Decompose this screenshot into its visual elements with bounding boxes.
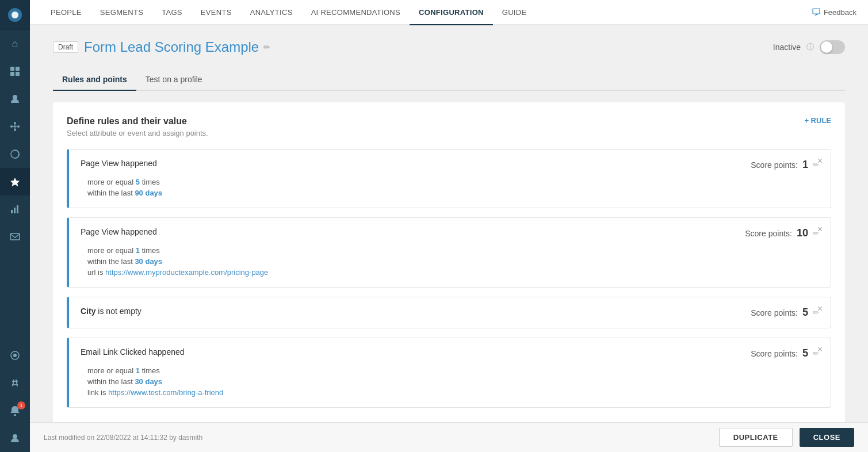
svg-rect-17 xyxy=(17,205,18,213)
content-area: Draft Form Lead Scoring Example ✏ Inacti… xyxy=(30,25,868,422)
rule-4-top: Email Link Clicked happened Score points… xyxy=(81,347,819,359)
duplicate-button[interactable]: DUPLICATE xyxy=(719,428,793,447)
rule-3-event: City is not empty xyxy=(81,307,142,316)
svg-rect-27 xyxy=(813,9,820,14)
svg-line-24 xyxy=(16,380,17,386)
sidebar-icon-campaigns[interactable] xyxy=(0,342,30,369)
rule-card-3: × City is not empty Score points: 5 ✏ xyxy=(67,297,831,328)
rule-2-score: Score points: 10 ✏ xyxy=(745,227,819,239)
rule-2-top: Page View happened Score points: 10 ✏ xyxy=(81,227,819,239)
rule-4-condition-1: more or equal 1 times xyxy=(87,365,819,376)
tabs: Rules and points Test on a profile xyxy=(53,69,845,91)
page-title: Form Lead Scoring Example xyxy=(84,39,259,55)
rule-4-conditions: more or equal 1 times within the last 30… xyxy=(81,365,819,398)
sidebar-icon-dashboard[interactable] xyxy=(0,58,30,85)
rule-2-condition-2: within the last 30 days xyxy=(87,256,819,267)
rule-1-condition-2: within the last 90 days xyxy=(87,187,819,198)
svg-point-6 xyxy=(13,95,17,99)
rule-1-score-value: 1 xyxy=(802,159,808,171)
edit-title-icon[interactable]: ✏ xyxy=(263,43,270,52)
svg-rect-15 xyxy=(11,210,13,213)
rule-1-condition-1: more or equal 5 times xyxy=(87,177,819,187)
nav-tags[interactable]: TAGS xyxy=(152,0,192,25)
svg-rect-2 xyxy=(10,67,14,71)
rule-3-score-label: Score points: xyxy=(751,308,798,317)
svg-rect-18 xyxy=(10,233,20,240)
bottom-bar: Last modified on 22/08/2022 at 14:11:32 … xyxy=(30,422,868,452)
rule-2-score-value: 10 xyxy=(797,227,808,239)
svg-line-23 xyxy=(13,380,14,386)
page-header: Draft Form Lead Scoring Example ✏ Inacti… xyxy=(53,39,845,55)
nav-configuration[interactable]: CONFIGURATION xyxy=(410,0,493,25)
svg-point-7 xyxy=(10,125,13,128)
rule-2-close-icon[interactable]: × xyxy=(817,225,823,234)
sidebar-logo xyxy=(0,0,30,30)
rule-4-score-label: Score points: xyxy=(751,349,798,358)
sidebar-icon-reports[interactable] xyxy=(0,196,30,223)
sidebar-icon-user[interactable] xyxy=(0,424,30,452)
rule-card-2: × Page View happened Score points: 10 ✏ … xyxy=(67,217,831,288)
header-right: Inactive ⓘ xyxy=(773,40,845,54)
notification-badge: 1 xyxy=(17,401,25,409)
sidebar-icon-contacts[interactable] xyxy=(0,85,30,113)
nav-analytics[interactable]: ANALYTICS xyxy=(241,0,302,25)
svg-rect-3 xyxy=(16,67,20,71)
rule-2-score-label: Score points: xyxy=(745,229,792,238)
sidebar-icon-integrations[interactable] xyxy=(0,113,30,140)
active-toggle[interactable] xyxy=(820,40,845,54)
last-modified-text: Last modified on 22/08/2022 at 14:11:32 … xyxy=(44,434,202,442)
rule-2-conditions: more or equal 1 times within the last 30… xyxy=(81,245,819,278)
rule-4-event: Email Link Clicked happened xyxy=(81,347,185,357)
sidebar-icon-segments[interactable] xyxy=(0,140,30,168)
svg-rect-5 xyxy=(16,72,20,76)
svg-point-25 xyxy=(14,414,16,416)
info-icon[interactable]: ⓘ xyxy=(806,42,814,52)
tab-rules-and-points[interactable]: Rules and points xyxy=(53,69,136,91)
rule-4-condition-3: link is https://www.test.com/bring-a-fri… xyxy=(87,387,819,398)
sidebar-icon-hashtag[interactable] xyxy=(0,369,30,397)
rules-title: Define rules and their value xyxy=(67,116,208,127)
sidebar-icon-home[interactable]: ⌂ xyxy=(0,30,30,58)
rule-1-event: Page View happened xyxy=(81,159,157,168)
draft-badge: Draft xyxy=(53,41,78,53)
nav-segments[interactable]: SEGMENTS xyxy=(91,0,152,25)
bottom-actions: DUPLICATE CLOSE xyxy=(719,428,854,447)
rule-4-condition-2: within the last 30 days xyxy=(87,376,819,387)
rule-4-score-value: 5 xyxy=(802,347,808,359)
rule-3-close-icon[interactable]: × xyxy=(817,304,823,313)
rules-subtitle: Select attribute or event and assign poi… xyxy=(67,129,208,137)
svg-point-9 xyxy=(14,122,16,124)
svg-marker-14 xyxy=(10,178,20,186)
rule-3-top: City is not empty Score points: 5 ✏ xyxy=(81,307,819,319)
rule-1-score: Score points: 1 ✏ xyxy=(751,159,819,171)
svg-point-10 xyxy=(14,129,16,131)
top-nav: PEOPLE SEGMENTS TAGS EVENTS ANALYTICS AI… xyxy=(30,0,868,25)
sidebar-icon-scoring[interactable] xyxy=(0,168,30,196)
svg-point-26 xyxy=(13,434,17,439)
rules-section: Define rules and their value Select attr… xyxy=(53,102,845,422)
rule-2-condition-3: url is https://www.myproductexample.com/… xyxy=(87,267,819,278)
sidebar-icon-messages[interactable] xyxy=(0,223,30,251)
rule-4-close-icon[interactable]: × xyxy=(817,345,823,354)
add-rule-button[interactable]: + RULE xyxy=(804,116,831,125)
tab-test-on-profile[interactable]: Test on a profile xyxy=(136,69,212,91)
svg-point-8 xyxy=(17,125,20,128)
close-button[interactable]: CLOSE xyxy=(800,428,854,447)
rule-card-1: × Page View happened Score points: 1 ✏ m… xyxy=(67,149,831,208)
rule-3-score: Score points: 5 ✏ xyxy=(751,307,819,319)
nav-ai-recommendations[interactable]: AI RECOMMENDATIONS xyxy=(302,0,410,25)
nav-events[interactable]: EVENTS xyxy=(192,0,241,25)
rule-1-close-icon[interactable]: × xyxy=(817,156,823,166)
rule-3-score-value: 5 xyxy=(802,307,808,319)
sidebar: ⌂ 1 xyxy=(0,0,30,452)
svg-point-1 xyxy=(12,12,18,18)
sidebar-icon-notifications[interactable]: 1 xyxy=(0,397,30,424)
nav-people[interactable]: PEOPLE xyxy=(41,0,91,25)
inactive-label: Inactive xyxy=(773,43,801,52)
feedback-button[interactable]: Feedback xyxy=(812,8,856,17)
rule-1-top: Page View happened Score points: 1 ✏ xyxy=(81,159,819,171)
svg-point-20 xyxy=(13,354,17,357)
rule-1-conditions: more or equal 5 times within the last 90… xyxy=(81,177,819,198)
rule-4-score: Score points: 5 ✏ xyxy=(751,347,819,359)
nav-guide[interactable]: GUIDE xyxy=(493,0,536,25)
